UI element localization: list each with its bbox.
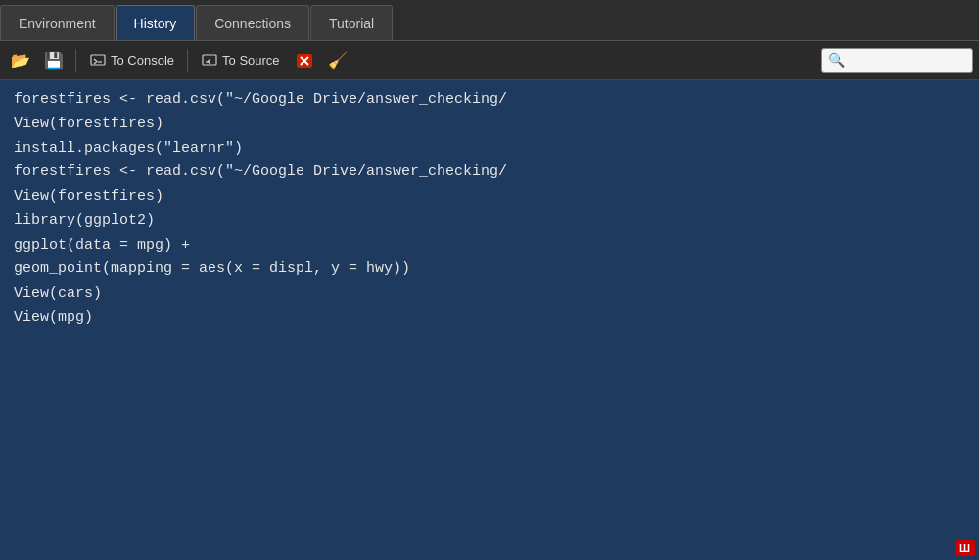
code-line: forestfires <- read.csv("~/Google Drive/… <box>14 88 965 113</box>
open-folder-button[interactable]: 📂 <box>6 47 35 74</box>
to-source-icon <box>201 52 218 70</box>
delete-button[interactable] <box>290 47 319 74</box>
tab-bar: EnvironmentHistoryConnectionsTutorial <box>0 0 979 41</box>
toolbar-divider-2 <box>187 49 188 72</box>
code-line: library(ggplot2) <box>14 210 965 234</box>
search-icon: 🔍 <box>828 52 845 69</box>
tab-tutorial[interactable]: Tutorial <box>310 5 393 40</box>
search-box: 🔍 <box>821 48 973 73</box>
to-source-label: To Source <box>222 53 280 68</box>
code-line: geom_point(mapping = aes(x = displ, y = … <box>14 257 965 282</box>
code-line: forestfires <- read.csv("~/Google Drive/… <box>14 161 965 185</box>
tab-history[interactable]: History <box>116 5 196 40</box>
tab-environment[interactable]: Environment <box>0 5 115 40</box>
code-line: View(forestfires) <box>14 113 965 137</box>
clear-button[interactable]: 🧹 <box>323 47 352 74</box>
toolbar-divider-1 <box>75 49 76 72</box>
code-line: View(cars) <box>14 282 965 306</box>
broom-icon: 🧹 <box>329 52 347 70</box>
code-line: View(mpg) <box>14 306 965 331</box>
delete-icon <box>296 52 313 70</box>
code-line: ggplot(data = mpg) + <box>14 234 965 258</box>
tab-connections[interactable]: Connections <box>196 5 309 40</box>
code-line: View(forestfires) <box>14 185 965 210</box>
to-source-button[interactable]: To Source <box>195 47 286 74</box>
svg-rect-0 <box>91 55 105 65</box>
toolbar: 📂 💾 To Console To Source <box>0 41 979 80</box>
to-console-label: To Console <box>111 53 174 68</box>
save-icon: 💾 <box>45 52 63 70</box>
search-input[interactable] <box>849 53 966 68</box>
code-line: install.packages("learnr") <box>14 137 965 162</box>
code-area: forestfires <- read.csv("~/Google Drive/… <box>0 80 979 560</box>
save-button[interactable]: 💾 <box>39 47 69 74</box>
to-console-icon <box>89 52 107 70</box>
watermark: Ш <box>955 540 975 556</box>
to-console-button[interactable]: To Console <box>83 47 180 74</box>
folder-icon: 📂 <box>12 52 29 70</box>
